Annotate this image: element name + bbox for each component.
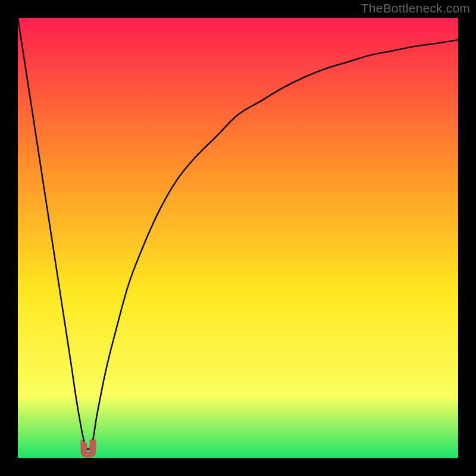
bottleneck-chart xyxy=(18,18,458,458)
watermark-text: TheBottleneck.com xyxy=(361,1,470,15)
plot-area xyxy=(18,18,458,458)
gradient-background xyxy=(18,18,458,458)
chart-frame: TheBottleneck.com xyxy=(0,0,476,476)
